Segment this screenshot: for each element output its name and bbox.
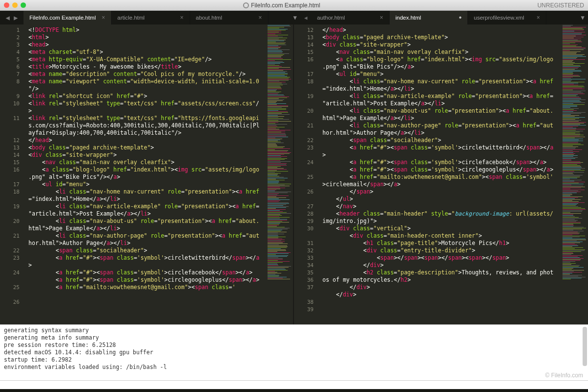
tab[interactable]: FileInfo.com Example.html×: [24, 11, 112, 24]
tab[interactable]: userprofilesview.xml×: [468, 11, 546, 24]
tab-label: userprofilesview.xml: [474, 15, 524, 21]
watermark: © FileInfo.com: [545, 372, 583, 379]
minimap-left[interactable]: [267, 24, 293, 324]
tab[interactable]: author.html×: [311, 11, 390, 24]
tab-group-left: FileInfo.com Example.html×article.html×a…: [24, 11, 290, 24]
tab-label: FileInfo.com Example.html: [29, 15, 96, 21]
chrome-icon: [243, 2, 249, 8]
close-tab-icon[interactable]: ×: [102, 14, 105, 21]
titlebar: FileInfo.com Example.html UNREGISTERED: [0, 0, 588, 11]
tab[interactable]: article.html×: [112, 11, 190, 24]
forward-icon[interactable]: ▶: [14, 14, 18, 22]
console-line: pre session restore time: 6.25128: [4, 342, 584, 349]
console-panel[interactable]: generating syntax summarygenerating meta…: [0, 324, 588, 380]
command-input[interactable]: [0, 380, 588, 389]
editor-panes: 12345678 910 11 1213141516 1718 19 20 21…: [0, 24, 588, 324]
tab-label: article.html: [118, 15, 145, 21]
code-area-left[interactable]: <!DOCTYPE html><html><head><meta charset…: [24, 24, 266, 324]
tab-label: about.html: [196, 15, 222, 21]
tab[interactable]: about.html×: [190, 11, 269, 24]
tab-group-right: author.html×index.html•userprofilesview.…: [311, 11, 577, 24]
status-bar: Line 125, Column 19 Tab Size: 4 HTML: [0, 389, 588, 392]
tab-overflow-right-icon[interactable]: ▼: [577, 11, 588, 24]
tab[interactable]: index.html•: [390, 11, 468, 24]
tab-label: index.html: [395, 15, 421, 21]
console-line: startup time: 6.2982: [4, 356, 584, 364]
window-title: FileInfo.com Example.html: [26, 2, 538, 9]
console-line: detected macOS 10.14.4: disabling gpu bu…: [4, 349, 584, 356]
line-gutter-left: 12345678 910 11 1213141516 1718 19 20 21…: [0, 24, 24, 324]
close-tab-icon[interactable]: ×: [537, 14, 540, 21]
console-scrollbar[interactable]: [583, 327, 587, 366]
tab-history-nav: ◀ ▶: [0, 11, 24, 24]
tab-history-indicator[interactable]: ◀: [300, 11, 311, 24]
registration-status: UNREGISTERED: [538, 2, 584, 9]
window-controls: [4, 2, 26, 8]
tab-label: author.html: [317, 15, 345, 21]
close-tab-icon[interactable]: ×: [259, 14, 262, 21]
code-area-right[interactable]: </head><body class="paged archive-templa…: [318, 24, 561, 324]
console-line: environment variables loaded using: /bin…: [4, 364, 584, 371]
minimize-window-icon[interactable]: [12, 2, 18, 8]
tab-overflow-left-icon[interactable]: ▼: [290, 11, 300, 24]
tab-bar: ◀ ▶ FileInfo.com Example.html×article.ht…: [0, 11, 588, 24]
close-tab-icon[interactable]: ×: [380, 14, 383, 21]
editor-pane-left[interactable]: 12345678 910 11 1213141516 1718 19 20 21…: [0, 24, 294, 324]
console-line: generating meta info summary: [4, 334, 584, 342]
editor-pane-right[interactable]: 1213141516 1718 19 20 21 2223 24 25 26 2…: [294, 24, 588, 324]
zoom-window-icon[interactable]: [21, 2, 26, 8]
window-title-text: FileInfo.com Example.html: [251, 2, 320, 9]
line-gutter-right: 1213141516 1718 19 20 21 2223 24 25 26 2…: [294, 24, 318, 324]
console-line: generating syntax summary: [4, 327, 584, 334]
back-icon[interactable]: ◀: [6, 14, 10, 22]
close-tab-icon[interactable]: ×: [180, 14, 184, 21]
minimap-right[interactable]: [562, 24, 588, 324]
close-window-icon[interactable]: [4, 2, 9, 8]
